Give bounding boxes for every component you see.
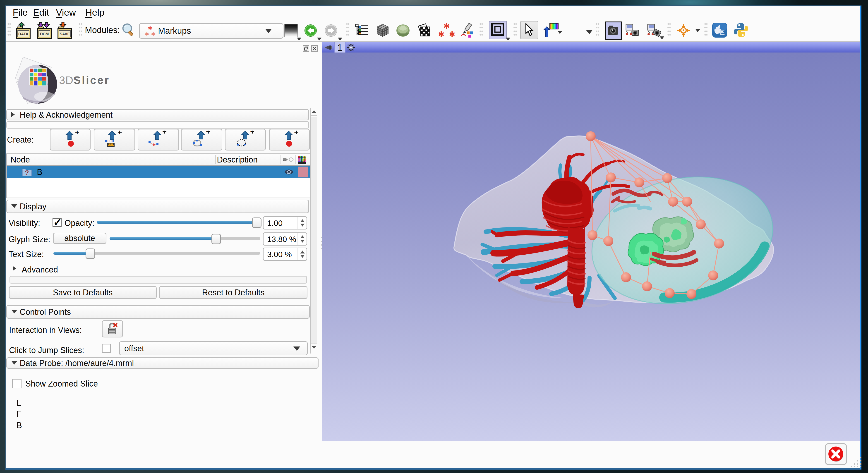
- svg-text:+: +: [75, 131, 79, 136]
- svg-text:+: +: [294, 131, 298, 136]
- svg-text:✱: ✱: [443, 23, 450, 30]
- svg-text:+: +: [118, 131, 122, 136]
- svg-text:E: E: [720, 28, 725, 36]
- svg-text:✱: ✱: [151, 31, 155, 37]
- svg-text:DCM: DCM: [40, 32, 49, 36]
- svg-text:+: +: [206, 131, 210, 136]
- svg-text:✱: ✱: [438, 30, 445, 38]
- svg-text:+: +: [162, 131, 166, 136]
- svg-text:✱: ✱: [449, 30, 456, 38]
- svg-text:✱: ✱: [148, 25, 152, 31]
- svg-text:DATA: DATA: [18, 32, 29, 36]
- svg-text:SAVE: SAVE: [60, 32, 70, 36]
- svg-text:?: ?: [25, 169, 29, 176]
- svg-text:+: +: [250, 131, 254, 136]
- svg-text:✱: ✱: [145, 31, 149, 37]
